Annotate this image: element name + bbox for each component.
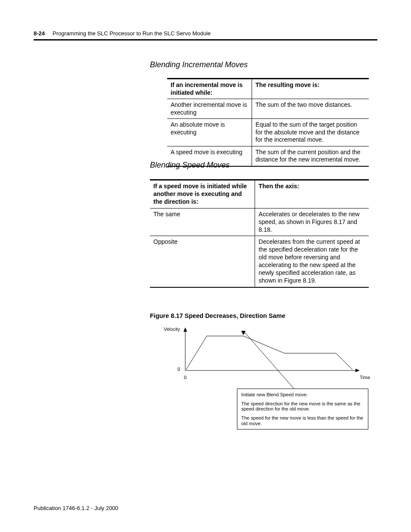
publication-footer: Publication 1746-6.1.2 - July 2000: [34, 505, 118, 511]
axis-origin-y: 0: [177, 367, 180, 372]
arrow-up-icon: [184, 327, 187, 332]
svg-line-2: [243, 331, 294, 389]
section-heading-speed: Blending Speed Moves: [150, 161, 230, 170]
page-header: 8-24 Programming the SLC Processor to Ru…: [34, 30, 377, 40]
cell-condition: The same: [150, 208, 255, 236]
col-header-result: Then the axis:: [255, 180, 369, 208]
col-header-condition: If a speed move is initiated while anoth…: [150, 180, 255, 208]
callout-line: The speed for the new move is less than …: [241, 415, 364, 426]
figure-caption: Figure 8.17 Speed Decreases, Direction S…: [150, 312, 285, 319]
blending-incremental-table: If an incremental move is initiated whil…: [167, 78, 369, 167]
col-header-result: The resulting move is:: [252, 79, 369, 99]
table-row: An absolute move is executing Equal to t…: [167, 119, 369, 146]
table-header-row: If a speed move is initiated while anoth…: [150, 180, 369, 208]
callout-line: The speed direction for the new move is …: [241, 401, 364, 412]
blend-marker-icon: [241, 331, 246, 335]
arrow-right-icon: [355, 369, 360, 372]
callout-line: Initiate new Blend Speed move.: [241, 392, 364, 398]
table-header-row: If an incremental move is initiated whil…: [167, 79, 369, 99]
blending-speed-table: If a speed move is initiated while anoth…: [150, 179, 369, 288]
table-row: Another incremental move is executing Th…: [167, 99, 369, 119]
cell-result: Accelerates or decelerates to the new sp…: [255, 208, 369, 236]
cell-result: The sum of the two move distances.: [252, 99, 369, 119]
table-row: The same Accelerates or decelerates to t…: [150, 208, 369, 236]
figure-callout: Initiate new Blend Speed move. The speed…: [237, 389, 368, 429]
col-header-condition: If an incremental move is initiated whil…: [167, 79, 252, 99]
cell-condition: An absolute move is executing: [167, 119, 252, 146]
cell-condition: Another incremental move is executing: [167, 99, 252, 119]
cell-result: Equal to the sum of the target position …: [252, 119, 369, 146]
figure-8-17: Velocity 0 0 Time Initiate new Blend Spe…: [164, 327, 377, 439]
page-number: 8-24: [34, 30, 45, 37]
cell-condition: Opposite: [150, 236, 255, 287]
table-row: Opposite Decelerates from the current sp…: [150, 236, 369, 287]
chapter-title: Programming the SLC Processor to Run the…: [53, 30, 211, 37]
cell-result: The sum of the current position and the …: [252, 146, 369, 166]
cell-result: Decelerates from the current speed at th…: [255, 236, 369, 287]
axis-y-label: Velocity: [164, 327, 180, 332]
section-heading-incremental: Blending Incremental Moves: [150, 60, 248, 69]
velocity-plot: [181, 327, 379, 392]
